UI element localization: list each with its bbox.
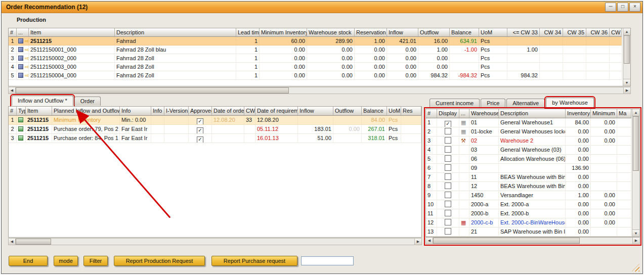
warehouse-table-minimum-cell[interactable] <box>591 173 617 182</box>
flow-table-row[interactable]: 32511215Purchase order: 84, Pos 1Far Eas… <box>9 134 421 143</box>
footer-input[interactable] <box>301 256 354 265</box>
warehouse-table-description-cell[interactable]: Ext. 2000-b <box>499 209 566 218</box>
item-table-min_inventory-cell[interactable]: 60.00 <box>260 37 307 45</box>
flow-table-date_of_order-cell[interactable]: 12.08.20 <box>212 116 244 125</box>
item-table-cw35-cell[interactable] <box>563 45 586 54</box>
warehouse-table-inventory-cell[interactable]: 1.00 <box>566 191 591 200</box>
warehouse-table-inventory-cell[interactable]: 0.00 <box>566 127 591 136</box>
warehouse-table-row[interactable]: 112000-bExt. 2000-b0.000.00 <box>426 209 631 218</box>
item-table-reservation-cell[interactable]: 0.00 <box>355 54 387 63</box>
item-table-cw36-cell[interactable] <box>586 54 610 63</box>
flow-table-info-cell[interactable]: Far East Ir <box>120 125 151 134</box>
warehouse-table-ma-cell[interactable] <box>617 118 631 127</box>
flow-table-column-header-info2[interactable]: Info 2 <box>151 107 164 116</box>
flow-table-info2-cell[interactable] <box>151 125 164 134</box>
warehouse-table-num-cell[interactable]: 2 <box>426 127 437 136</box>
flow-table-info-cell[interactable]: Min.: 0.00 <box>120 116 151 125</box>
warehouse-table-description-cell[interactable]: Allocation Warehouse (06) <box>499 155 566 164</box>
warehouse-table-hscroll-thumb[interactable] <box>433 238 580 244</box>
item-table-outflow-cell[interactable]: 0.00 <box>418 63 450 71</box>
warehouse-table-column-header-ma[interactable]: Ma <box>617 109 631 118</box>
item-table-cw34-cell[interactable] <box>540 54 563 63</box>
flow-table-column-header-res[interactable]: Res <box>401 107 421 116</box>
flow-table-res-cell[interactable] <box>401 125 421 134</box>
item-table-item-cell[interactable]: 25112150002_000 <box>29 54 115 63</box>
flow-table-outflow-cell[interactable] <box>333 116 362 125</box>
scroll-up-icon[interactable]: ▲ <box>632 109 639 116</box>
flow-table-date_of_order-cell[interactable] <box>212 134 244 143</box>
warehouse-table-display-cell[interactable] <box>437 182 459 191</box>
item-table-column-header-lead_time[interactable]: Lead time <box>236 28 260 37</box>
item-table-inflow-cell[interactable]: 0.00 <box>387 45 418 54</box>
flow-table-column-header-inflow[interactable]: Inflow <box>298 107 333 116</box>
warehouse-table-num-cell[interactable]: 11 <box>426 209 437 218</box>
flow-table-hscroll-thumb[interactable] <box>16 239 51 245</box>
warehouse-table-display-cell[interactable] <box>437 155 459 164</box>
warehouse-table-row[interactable]: 1✓▦01General Warehouse184.000.00 <box>426 118 631 127</box>
warehouse-table-display-checkbox[interactable] <box>445 201 451 207</box>
report-production-request-button[interactable]: Report Production Request <box>114 256 205 266</box>
warehouse-table-minimum-cell[interactable]: 0.00 <box>591 218 617 227</box>
warehouse-table-inventory-cell[interactable]: 0.00 <box>566 146 591 155</box>
flow-table-column-header-item[interactable]: Item <box>26 107 52 116</box>
restore-button[interactable]: □ <box>617 3 628 12</box>
warehouse-table-minimum-cell[interactable]: 0.00 <box>591 209 617 218</box>
item-table-column-header-outflow[interactable]: Outflow <box>418 28 450 37</box>
warehouse-table-column-header-warehouse[interactable]: Warehouse <box>469 109 499 118</box>
item-table-cw33-cell[interactable] <box>507 37 540 45</box>
item-table-cw35-cell[interactable] <box>563 63 586 71</box>
warehouse-table-warehouse-cell[interactable]: 01-locke <box>469 127 499 136</box>
item-table-icons-cell[interactable]: ⇨ <box>17 63 29 71</box>
item-table-uom-cell[interactable]: Pcs <box>479 63 507 71</box>
warehouse-table-description-cell[interactable]: Warehouse 2 <box>499 136 566 146</box>
item-table-lead_time-cell[interactable]: 1 <box>236 63 260 71</box>
flow-table-planned-cell[interactable]: Purchase order: 84, Pos 1 <box>52 134 120 143</box>
item-table-column-header-item[interactable]: Item <box>29 28 115 37</box>
warehouse-table-description-cell[interactable]: General Warehouses locke <box>499 127 566 136</box>
flow-table-column-header-num[interactable]: # <box>9 107 17 116</box>
flow-table-num-cell[interactable]: 1 <box>9 116 17 125</box>
scroll-up-icon[interactable]: ▲ <box>623 28 630 35</box>
item-table-uom-cell[interactable]: Pcs <box>479 45 507 54</box>
warehouse-table-num-cell[interactable]: 7 <box>426 173 437 182</box>
scroll-left-icon[interactable]: ◀ <box>426 238 433 244</box>
warehouse-table-warehouse-cell[interactable]: 11 <box>469 173 499 182</box>
warehouse-table-minimum-cell[interactable] <box>591 182 617 191</box>
warehouse-table-num-cell[interactable]: 12 <box>426 218 437 227</box>
scroll-right-icon[interactable]: ▶ <box>623 87 630 94</box>
scroll-down-icon[interactable]: ▼ <box>632 230 639 237</box>
item-table-cw37-cell[interactable] <box>610 63 622 71</box>
item-table-column-header-uom[interactable]: UoM <box>479 28 507 37</box>
warehouse-table-column-header-minimum[interactable]: Minimum <box>591 109 617 118</box>
item-table-inflow-cell[interactable]: 0.00 <box>387 71 418 80</box>
item-table-row[interactable]: 3⇨25112150002_000Fahrrad 28 Zoll10.000.0… <box>9 54 622 63</box>
item-table-lead_time-cell[interactable]: 1 <box>236 37 260 45</box>
warehouse-table-inventory-cell[interactable]: 0.00 <box>566 218 591 227</box>
warehouse-table-display-cell[interactable] <box>437 200 459 209</box>
flow-table-column-header-date_req[interactable]: Date of requirement <box>255 107 298 116</box>
flow-table-column-header-iversion[interactable]: I-Version <box>164 107 189 116</box>
item-table-cw37-cell[interactable] <box>610 54 622 63</box>
item-table-vscroll-thumb[interactable] <box>624 35 630 64</box>
flow-table-outflow-cell[interactable]: 0.00 <box>333 125 362 134</box>
item-table-num-cell[interactable]: 5 <box>9 71 17 80</box>
item-table-cw34-cell[interactable] <box>540 37 563 45</box>
tab-by-warehouse[interactable]: by Warehouse <box>546 98 594 108</box>
item-table-outflow-cell[interactable]: 0.00 <box>418 54 450 63</box>
item-table-icons-cell[interactable]: ⇨ <box>17 37 29 45</box>
warehouse-table-display-checkbox[interactable] <box>445 137 451 144</box>
item-table-row[interactable]: 4⇨25112150003_000Fahrrad 28 Zoll10.000.0… <box>9 63 622 71</box>
warehouse-table-row[interactable]: 403General Warehouse (03)0.00 <box>426 146 631 155</box>
item-table-cw36-cell[interactable] <box>586 63 610 71</box>
warehouse-table-ma-cell[interactable] <box>617 200 631 209</box>
scroll-down-icon[interactable]: ▼ <box>623 79 630 86</box>
item-table-column-header-inflow[interactable]: Inflow <box>387 28 418 37</box>
warehouse-table-display-cell[interactable] <box>437 164 459 173</box>
item-table-cw36-cell[interactable] <box>586 45 610 54</box>
warehouse-table-display-cell[interactable] <box>437 136 459 146</box>
warehouse-table-inventory-cell[interactable]: 0.00 <box>566 182 591 191</box>
warehouse-table-inventory-cell[interactable]: 0.00 <box>566 173 591 182</box>
flow-table-res-cell[interactable] <box>401 134 421 143</box>
flow-table-uom-cell[interactable]: Pcs <box>387 116 401 125</box>
item-table-outflow-cell[interactable]: 1.00 <box>418 45 450 54</box>
